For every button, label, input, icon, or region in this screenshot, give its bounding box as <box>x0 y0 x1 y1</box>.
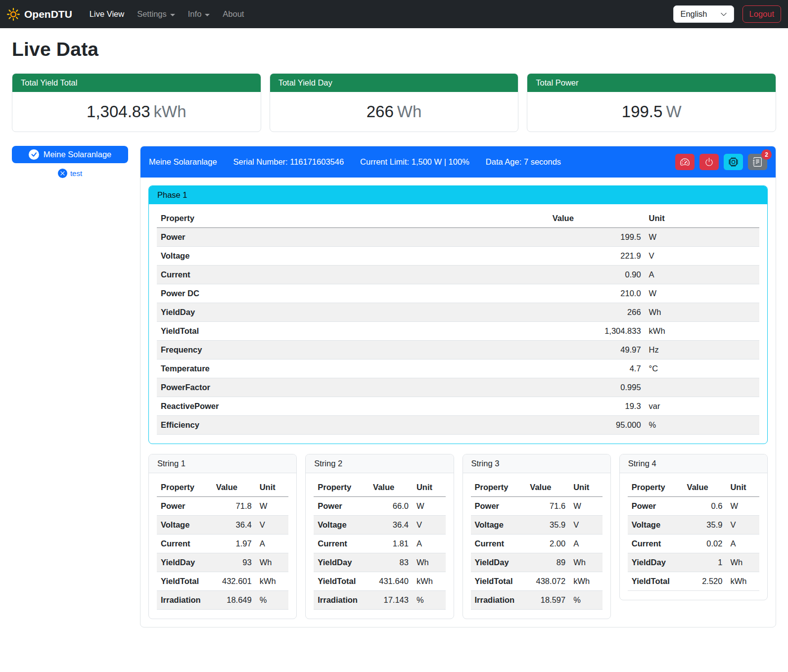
cell-unit: V <box>413 516 446 535</box>
table-row: Power0.6W <box>628 497 759 516</box>
group-toggle[interactable]: test <box>12 169 128 178</box>
cell-value: 0.90 <box>549 266 645 284</box>
cell-unit: V <box>569 516 603 535</box>
string-table-body: Power0.6WVoltage35.9VCurrent0.02AYieldDa… <box>628 497 759 591</box>
cell-property: Voltage <box>157 516 212 535</box>
col-value: Value <box>549 209 645 228</box>
cell-property: Power DC <box>157 284 549 303</box>
cell-unit: kWh <box>645 322 759 341</box>
string-card-body: PropertyValueUnitPower66.0WVoltage36.4VC… <box>306 473 453 619</box>
table-row: Voltage36.4V <box>314 516 445 535</box>
col-property: Property <box>157 209 549 228</box>
string-table: PropertyValueUnitPower66.0WVoltage36.4VC… <box>314 478 445 610</box>
cell-unit <box>645 378 759 397</box>
nav-item-live-view[interactable]: Live View <box>83 5 131 23</box>
strings-row: String 1PropertyValueUnitPower71.8WVolta… <box>148 454 768 619</box>
cell-unit: % <box>256 591 289 610</box>
string-table-head: PropertyValueUnit <box>314 478 445 497</box>
cell-property: YieldTotal <box>628 572 683 591</box>
cell-value: 431.640 <box>369 572 413 591</box>
cell-property: ReactivePower <box>157 397 549 416</box>
summary-card-body: 199.5W <box>527 92 776 132</box>
cell-property: PowerFactor <box>157 378 549 397</box>
cell-unit: W <box>645 284 759 303</box>
string-table-body: Power71.8WVoltage36.4VCurrent1.97AYieldD… <box>157 497 288 610</box>
summary-card-title: Total Yield Day <box>270 74 518 92</box>
cell-property: Power <box>471 497 526 516</box>
summary-card-body: 1,304.83kWh <box>12 92 261 132</box>
inverter-select-button[interactable]: Meine Solaranlage <box>12 146 128 163</box>
summary-card-total-yield-total: Total Yield Total1,304.83kWh <box>12 73 261 132</box>
event-log-button[interactable]: 2 <box>748 154 767 170</box>
nav-items: Live ViewSettingsInfoAbout <box>83 5 251 23</box>
summary-unit: kWh <box>154 102 186 121</box>
table-row: Power71.8W <box>157 497 288 516</box>
phase-card: Phase 1 Property Value Unit P <box>148 185 768 444</box>
table-row: Voltage221.9V <box>157 247 759 266</box>
string-card-string-2: String 2PropertyValueUnitPower66.0WVolta… <box>305 454 454 619</box>
cell-unit: W <box>645 228 759 247</box>
col-property: Property <box>314 478 369 497</box>
cell-property: YieldTotal <box>157 322 549 341</box>
col-property: Property <box>157 478 212 497</box>
cell-value: 35.9 <box>683 516 727 535</box>
cell-property: YieldTotal <box>471 572 526 591</box>
string-card-string-3: String 3PropertyValueUnitPower71.6WVolta… <box>463 454 611 619</box>
brand[interactable]: OpenDTU <box>7 8 72 21</box>
power-toggle-button[interactable] <box>699 154 719 170</box>
cell-property: Voltage <box>471 516 526 535</box>
cell-value: 1 <box>683 553 727 572</box>
inverter-card-header: Meine Solaranlage Serial Number: 1161716… <box>140 146 776 178</box>
cell-property: Efficiency <box>157 416 549 435</box>
limit-settings-button[interactable] <box>675 154 695 170</box>
cell-unit: A <box>569 535 603 553</box>
cell-value: 49.97 <box>549 341 645 359</box>
top-navbar: OpenDTU Live ViewSettingsInfoAbout Engli… <box>0 0 788 28</box>
device-info-button[interactable] <box>724 154 743 170</box>
table-row: ReactivePower19.3var <box>157 397 759 416</box>
inverter-action-buttons: 2 <box>675 154 767 170</box>
inverter-serial: Serial Number: 116171603546 <box>233 157 344 167</box>
table-row: Voltage36.4V <box>157 516 288 535</box>
nav-item-label: Info <box>188 9 202 19</box>
cell-value: 432.601 <box>212 572 256 591</box>
language-select[interactable]: English <box>673 5 734 23</box>
caret-down-icon <box>205 14 210 16</box>
cell-property: Power <box>157 497 212 516</box>
nav-item-settings[interactable]: Settings <box>131 5 182 23</box>
table-row: Power66.0W <box>314 497 445 516</box>
cell-property: Irradiation <box>471 591 526 610</box>
cell-unit: Wh <box>256 553 289 572</box>
col-value: Value <box>369 478 413 497</box>
table-header-row: PropertyValueUnit <box>628 478 759 497</box>
cell-property: Irradiation <box>157 591 212 610</box>
table-row: PowerFactor0.995 <box>157 378 759 397</box>
table-row: Temperature4.7°C <box>157 359 759 378</box>
string-card-string-4: String 4PropertyValueUnitPower0.6WVoltag… <box>619 454 768 600</box>
inverter-data-age: Data Age: 7 seconds <box>486 157 561 167</box>
cell-value: 0.995 <box>549 378 645 397</box>
cell-value: 2.520 <box>683 572 727 591</box>
cell-unit: Wh <box>413 553 446 572</box>
string-card-title: String 2 <box>306 454 453 473</box>
inverter-card: Meine Solaranlage Serial Number: 1161716… <box>140 146 776 627</box>
cell-unit: kWh <box>726 572 759 591</box>
cell-value: 93 <box>212 553 256 572</box>
cell-value: 1.97 <box>212 535 256 553</box>
logout-button[interactable]: Logout <box>742 5 781 23</box>
nav-item-about[interactable]: About <box>216 5 250 23</box>
table-row: YieldTotal438.072kWh <box>471 572 603 591</box>
cell-unit: Wh <box>645 303 759 322</box>
cell-unit: % <box>645 416 759 435</box>
table-row: YieldTotal432.601kWh <box>157 572 288 591</box>
string-table: PropertyValueUnitPower71.6WVoltage35.9VC… <box>471 478 603 610</box>
col-unit: Unit <box>256 478 289 497</box>
nav-item-info[interactable]: Info <box>182 5 217 23</box>
col-value: Value <box>683 478 727 497</box>
cpu-icon <box>729 157 738 167</box>
cell-property: Current <box>628 535 683 553</box>
table-row: Voltage35.9V <box>628 516 759 535</box>
inverter-select-label: Meine Solaranlage <box>44 150 112 159</box>
speedometer-icon <box>680 157 690 167</box>
table-row: YieldDay266Wh <box>157 303 759 322</box>
